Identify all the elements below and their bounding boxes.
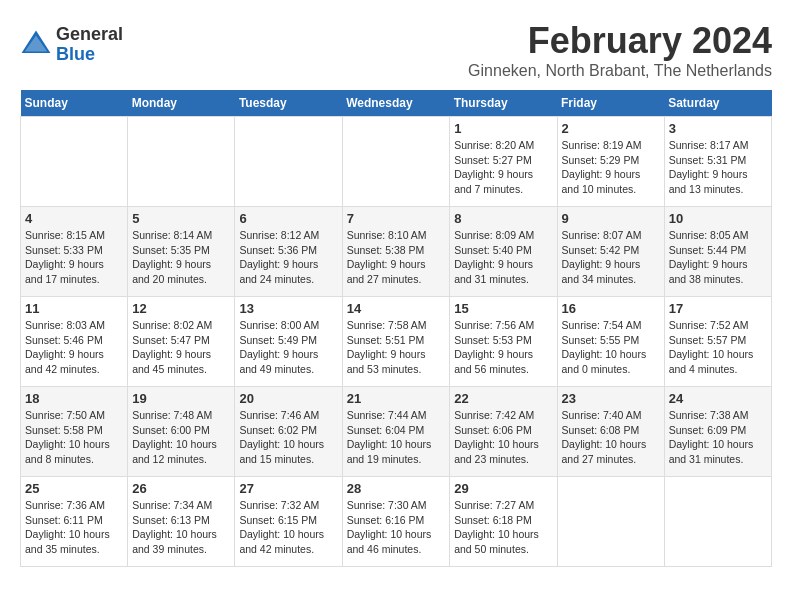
day-number: 5 xyxy=(132,211,230,226)
header-saturday: Saturday xyxy=(664,90,771,117)
day-info: Sunrise: 8:17 AMSunset: 5:31 PMDaylight:… xyxy=(669,138,767,197)
page-header: General Blue February 2024 Ginneken, Nor… xyxy=(20,20,772,80)
calendar-week-0: 1Sunrise: 8:20 AMSunset: 5:27 PMDaylight… xyxy=(21,117,772,207)
calendar-cell: 14Sunrise: 7:58 AMSunset: 5:51 PMDayligh… xyxy=(342,297,450,387)
day-info: Sunrise: 7:46 AMSunset: 6:02 PMDaylight:… xyxy=(239,408,337,467)
day-number: 12 xyxy=(132,301,230,316)
header-tuesday: Tuesday xyxy=(235,90,342,117)
calendar-week-2: 11Sunrise: 8:03 AMSunset: 5:46 PMDayligh… xyxy=(21,297,772,387)
calendar-cell xyxy=(235,117,342,207)
day-info: Sunrise: 7:27 AMSunset: 6:18 PMDaylight:… xyxy=(454,498,552,557)
day-info: Sunrise: 7:48 AMSunset: 6:00 PMDaylight:… xyxy=(132,408,230,467)
day-info: Sunrise: 8:19 AMSunset: 5:29 PMDaylight:… xyxy=(562,138,660,197)
header-monday: Monday xyxy=(128,90,235,117)
day-number: 15 xyxy=(454,301,552,316)
day-info: Sunrise: 7:54 AMSunset: 5:55 PMDaylight:… xyxy=(562,318,660,377)
day-number: 10 xyxy=(669,211,767,226)
calendar-cell: 16Sunrise: 7:54 AMSunset: 5:55 PMDayligh… xyxy=(557,297,664,387)
day-info: Sunrise: 7:36 AMSunset: 6:11 PMDaylight:… xyxy=(25,498,123,557)
day-number: 9 xyxy=(562,211,660,226)
calendar-cell xyxy=(342,117,450,207)
location-title: Ginneken, North Brabant, The Netherlands xyxy=(468,62,772,80)
day-info: Sunrise: 8:02 AMSunset: 5:47 PMDaylight:… xyxy=(132,318,230,377)
day-number: 24 xyxy=(669,391,767,406)
day-number: 4 xyxy=(25,211,123,226)
day-info: Sunrise: 8:20 AMSunset: 5:27 PMDaylight:… xyxy=(454,138,552,197)
day-number: 7 xyxy=(347,211,446,226)
calendar-cell: 12Sunrise: 8:02 AMSunset: 5:47 PMDayligh… xyxy=(128,297,235,387)
logo-icon xyxy=(20,29,52,61)
day-info: Sunrise: 8:15 AMSunset: 5:33 PMDaylight:… xyxy=(25,228,123,287)
day-number: 23 xyxy=(562,391,660,406)
day-number: 28 xyxy=(347,481,446,496)
calendar-header-row: SundayMondayTuesdayWednesdayThursdayFrid… xyxy=(21,90,772,117)
day-info: Sunrise: 8:10 AMSunset: 5:38 PMDaylight:… xyxy=(347,228,446,287)
header-friday: Friday xyxy=(557,90,664,117)
header-thursday: Thursday xyxy=(450,90,557,117)
logo: General Blue xyxy=(20,25,123,65)
day-info: Sunrise: 8:03 AMSunset: 5:46 PMDaylight:… xyxy=(25,318,123,377)
calendar-week-4: 25Sunrise: 7:36 AMSunset: 6:11 PMDayligh… xyxy=(21,477,772,567)
day-number: 14 xyxy=(347,301,446,316)
calendar-cell: 24Sunrise: 7:38 AMSunset: 6:09 PMDayligh… xyxy=(664,387,771,477)
day-number: 22 xyxy=(454,391,552,406)
calendar-cell xyxy=(21,117,128,207)
logo-text: General Blue xyxy=(56,25,123,65)
calendar-cell: 2Sunrise: 8:19 AMSunset: 5:29 PMDaylight… xyxy=(557,117,664,207)
day-number: 19 xyxy=(132,391,230,406)
day-number: 25 xyxy=(25,481,123,496)
header-sunday: Sunday xyxy=(21,90,128,117)
day-number: 21 xyxy=(347,391,446,406)
day-info: Sunrise: 7:44 AMSunset: 6:04 PMDaylight:… xyxy=(347,408,446,467)
day-info: Sunrise: 7:42 AMSunset: 6:06 PMDaylight:… xyxy=(454,408,552,467)
calendar-week-3: 18Sunrise: 7:50 AMSunset: 5:58 PMDayligh… xyxy=(21,387,772,477)
calendar-cell: 29Sunrise: 7:27 AMSunset: 6:18 PMDayligh… xyxy=(450,477,557,567)
day-number: 6 xyxy=(239,211,337,226)
calendar-cell xyxy=(128,117,235,207)
calendar-cell: 23Sunrise: 7:40 AMSunset: 6:08 PMDayligh… xyxy=(557,387,664,477)
calendar-cell xyxy=(557,477,664,567)
calendar-cell: 5Sunrise: 8:14 AMSunset: 5:35 PMDaylight… xyxy=(128,207,235,297)
calendar-cell: 10Sunrise: 8:05 AMSunset: 5:44 PMDayligh… xyxy=(664,207,771,297)
calendar-cell: 22Sunrise: 7:42 AMSunset: 6:06 PMDayligh… xyxy=(450,387,557,477)
day-number: 2 xyxy=(562,121,660,136)
calendar-cell: 11Sunrise: 8:03 AMSunset: 5:46 PMDayligh… xyxy=(21,297,128,387)
calendar-week-1: 4Sunrise: 8:15 AMSunset: 5:33 PMDaylight… xyxy=(21,207,772,297)
calendar-cell: 26Sunrise: 7:34 AMSunset: 6:13 PMDayligh… xyxy=(128,477,235,567)
day-info: Sunrise: 7:34 AMSunset: 6:13 PMDaylight:… xyxy=(132,498,230,557)
calendar-cell xyxy=(664,477,771,567)
day-info: Sunrise: 8:05 AMSunset: 5:44 PMDaylight:… xyxy=(669,228,767,287)
calendar-cell: 4Sunrise: 8:15 AMSunset: 5:33 PMDaylight… xyxy=(21,207,128,297)
day-number: 13 xyxy=(239,301,337,316)
day-info: Sunrise: 7:38 AMSunset: 6:09 PMDaylight:… xyxy=(669,408,767,467)
day-info: Sunrise: 7:58 AMSunset: 5:51 PMDaylight:… xyxy=(347,318,446,377)
day-info: Sunrise: 8:00 AMSunset: 5:49 PMDaylight:… xyxy=(239,318,337,377)
day-info: Sunrise: 8:14 AMSunset: 5:35 PMDaylight:… xyxy=(132,228,230,287)
calendar-cell: 3Sunrise: 8:17 AMSunset: 5:31 PMDaylight… xyxy=(664,117,771,207)
header-wednesday: Wednesday xyxy=(342,90,450,117)
calendar-cell: 8Sunrise: 8:09 AMSunset: 5:40 PMDaylight… xyxy=(450,207,557,297)
calendar-cell: 9Sunrise: 8:07 AMSunset: 5:42 PMDaylight… xyxy=(557,207,664,297)
day-number: 11 xyxy=(25,301,123,316)
calendar-cell: 18Sunrise: 7:50 AMSunset: 5:58 PMDayligh… xyxy=(21,387,128,477)
day-info: Sunrise: 7:56 AMSunset: 5:53 PMDaylight:… xyxy=(454,318,552,377)
calendar-cell: 6Sunrise: 8:12 AMSunset: 5:36 PMDaylight… xyxy=(235,207,342,297)
day-number: 26 xyxy=(132,481,230,496)
calendar-table: SundayMondayTuesdayWednesdayThursdayFrid… xyxy=(20,90,772,567)
day-info: Sunrise: 7:52 AMSunset: 5:57 PMDaylight:… xyxy=(669,318,767,377)
calendar-cell: 13Sunrise: 8:00 AMSunset: 5:49 PMDayligh… xyxy=(235,297,342,387)
day-number: 16 xyxy=(562,301,660,316)
calendar-cell: 25Sunrise: 7:36 AMSunset: 6:11 PMDayligh… xyxy=(21,477,128,567)
day-info: Sunrise: 8:07 AMSunset: 5:42 PMDaylight:… xyxy=(562,228,660,287)
calendar-cell: 20Sunrise: 7:46 AMSunset: 6:02 PMDayligh… xyxy=(235,387,342,477)
day-number: 18 xyxy=(25,391,123,406)
day-number: 29 xyxy=(454,481,552,496)
calendar-cell: 7Sunrise: 8:10 AMSunset: 5:38 PMDaylight… xyxy=(342,207,450,297)
day-info: Sunrise: 7:50 AMSunset: 5:58 PMDaylight:… xyxy=(25,408,123,467)
calendar-cell: 21Sunrise: 7:44 AMSunset: 6:04 PMDayligh… xyxy=(342,387,450,477)
month-title: February 2024 xyxy=(468,20,772,62)
day-info: Sunrise: 8:12 AMSunset: 5:36 PMDaylight:… xyxy=(239,228,337,287)
logo-general-text: General xyxy=(56,25,123,45)
calendar-cell: 15Sunrise: 7:56 AMSunset: 5:53 PMDayligh… xyxy=(450,297,557,387)
day-number: 3 xyxy=(669,121,767,136)
